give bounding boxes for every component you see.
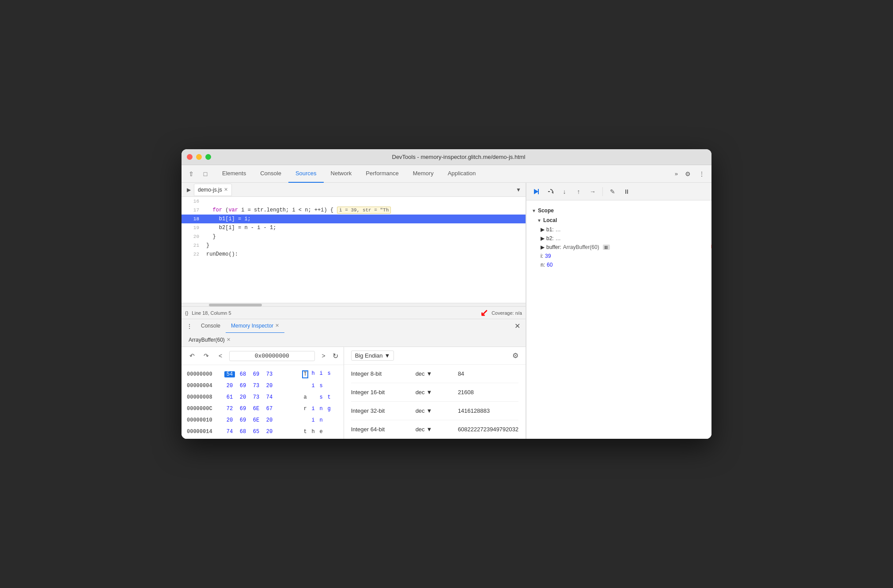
file-tab-close[interactable]: ✕: [224, 187, 228, 192]
format-int64[interactable]: dec ▼: [416, 426, 451, 433]
console-tab-label: Console: [201, 323, 220, 329]
maximize-button[interactable]: [205, 154, 211, 160]
endian-selector[interactable]: Big Endian ▼: [351, 351, 394, 361]
hex-byte-2-3[interactable]: 74: [264, 394, 275, 400]
hex-byte-0-3[interactable]: 73: [264, 371, 275, 377]
expand-b1-icon[interactable]: ▶: [541, 226, 545, 233]
hex-byte-0-1[interactable]: 68: [238, 371, 248, 377]
arraybuffer-tab[interactable]: ArrayBuffer(60) ✕: [185, 334, 234, 346]
hex-char-2-2: s: [318, 394, 324, 400]
tab-performance[interactable]: Performance: [359, 165, 405, 183]
pause-button[interactable]: ⏸: [621, 185, 633, 198]
format-int8[interactable]: dec ▼: [416, 370, 451, 377]
arraybuffer-tabs: ArrayBuffer(60) ✕: [182, 333, 526, 347]
hex-byte-3-1[interactable]: 69: [238, 406, 248, 412]
tab-sources[interactable]: Sources: [288, 165, 324, 183]
code-editor: 16 17 for (var i = str.length; i < n; ++…: [182, 197, 526, 303]
bottom-panel-close-button[interactable]: ✕: [513, 320, 522, 332]
bottom-tab-menu-icon[interactable]: ⋮: [185, 322, 194, 331]
hex-byte-1-0[interactable]: 20: [224, 383, 235, 389]
code-line-21: 21 }: [182, 241, 526, 250]
memory-icon[interactable]: ▦: [603, 245, 610, 250]
hex-byte-2-1[interactable]: 20: [238, 394, 248, 400]
expand-b2-icon[interactable]: ▶: [541, 235, 545, 241]
hex-char-3-2: n: [318, 406, 324, 412]
hex-row-0: 00000000 54 68 69 73 T: [187, 369, 338, 380]
tab-memory-inspector[interactable]: Memory Inspector ✕: [226, 319, 284, 333]
hex-row-3: 0000000C 72 69 6E 67 r: [187, 403, 338, 415]
tab-console[interactable]: Console: [253, 165, 288, 183]
arraybuffer-close[interactable]: ✕: [227, 337, 231, 343]
hex-refresh-button[interactable]: ↻: [333, 352, 338, 360]
step-button[interactable]: →: [587, 185, 599, 198]
hex-byte-4-0[interactable]: 20: [224, 417, 235, 423]
format-button[interactable]: {}: [185, 310, 188, 316]
close-button[interactable]: [187, 154, 193, 160]
hex-addr-5: 00000014: [187, 429, 224, 435]
format-int16[interactable]: dec ▼: [416, 389, 451, 396]
tab-console-bottom[interactable]: Console: [196, 319, 226, 333]
code-scrollbar-h[interactable]: [182, 303, 526, 306]
hex-byte-1-2[interactable]: 73: [251, 383, 261, 389]
hex-view: ↶ ↷ < > ↻ 00000000: [182, 347, 344, 439]
hex-byte-0-0[interactable]: 54: [224, 371, 235, 377]
hex-byte-1-1[interactable]: 69: [238, 383, 248, 389]
hex-byte-4-1[interactable]: 69: [238, 417, 248, 423]
tab-network[interactable]: Network: [324, 165, 359, 183]
value-toolbar: Big Endian ▼ ⚙: [344, 347, 526, 365]
memory-inspector-tab-close[interactable]: ✕: [275, 323, 279, 328]
hex-byte-3-3[interactable]: 67: [264, 406, 275, 412]
more-options-icon[interactable]: ⋮: [696, 168, 708, 180]
hex-byte-5-0[interactable]: 74: [224, 429, 235, 435]
value-int64: 6082222723949792032: [458, 426, 518, 433]
hex-byte-3-0[interactable]: 72: [224, 406, 235, 412]
hex-byte-4-3[interactable]: 20: [264, 417, 275, 423]
hex-byte-4-2[interactable]: 6E: [251, 417, 261, 423]
step-into-button[interactable]: ↓: [558, 185, 571, 198]
file-tab-demo-js[interactable]: demo-js.js ✕: [194, 184, 232, 196]
hex-byte-2-2[interactable]: 73: [251, 394, 261, 400]
inspect-icon[interactable]: □: [199, 168, 212, 180]
hex-address-input[interactable]: [229, 351, 315, 361]
hex-back-button[interactable]: ↶: [187, 351, 197, 361]
file-nav-icon[interactable]: ▶: [183, 185, 194, 195]
hex-prev-button[interactable]: <: [215, 351, 226, 361]
resume-button[interactable]: [530, 185, 542, 198]
value-view: Big Endian ▼ ⚙ Integer 8-bit: [344, 347, 526, 439]
hex-bytes-0: 54 68 69 73: [224, 371, 295, 377]
value-settings-icon[interactable]: ⚙: [512, 351, 518, 360]
svg-rect-1: [538, 189, 539, 194]
minimize-button[interactable]: [196, 154, 202, 160]
tab-elements[interactable]: Elements: [215, 165, 253, 183]
type-int16: Integer 16-bit: [351, 389, 409, 396]
hex-chars-2: a s t: [302, 394, 332, 400]
hex-byte-2-0[interactable]: 61: [224, 394, 235, 400]
hex-byte-5-3[interactable]: 20: [264, 429, 275, 435]
file-nav-prev[interactable]: ▼: [513, 185, 524, 195]
memory-inspector-tab-label: Memory Inspector: [231, 323, 273, 329]
hex-char-4-1: i: [310, 417, 316, 423]
settings-icon[interactable]: ⚙: [681, 168, 694, 180]
step-out-button[interactable]: ↑: [572, 185, 585, 198]
hex-byte-5-2[interactable]: 65: [251, 429, 261, 435]
step-over-button[interactable]: [544, 185, 556, 198]
scope-triangle: ▼: [532, 208, 536, 213]
hex-byte-3-2[interactable]: 6E: [251, 406, 261, 412]
expand-buffer-icon[interactable]: ▶: [541, 244, 545, 250]
hex-char-0-2: i: [318, 370, 324, 378]
tab-memory[interactable]: Memory: [406, 165, 441, 183]
tab-application[interactable]: Application: [441, 165, 483, 183]
hex-byte-0-2[interactable]: 69: [251, 371, 261, 377]
format-int32[interactable]: dec ▼: [416, 407, 451, 414]
debug-toolbar: ↓ ↑ → ✎ ⏸: [526, 183, 711, 200]
hex-next-button[interactable]: >: [318, 351, 329, 361]
svg-marker-0: [534, 189, 538, 194]
hex-byte-1-3[interactable]: 20: [264, 383, 275, 389]
endian-label: Big Endian: [355, 352, 383, 359]
hex-forward-button[interactable]: ↷: [201, 351, 212, 361]
deactivate-button[interactable]: ✎: [606, 185, 619, 198]
hex-char-4-2: n: [318, 417, 324, 423]
hex-byte-5-1[interactable]: 68: [238, 429, 248, 435]
more-tabs-button[interactable]: »: [671, 170, 681, 177]
cursor-icon[interactable]: ⇧: [185, 168, 197, 180]
